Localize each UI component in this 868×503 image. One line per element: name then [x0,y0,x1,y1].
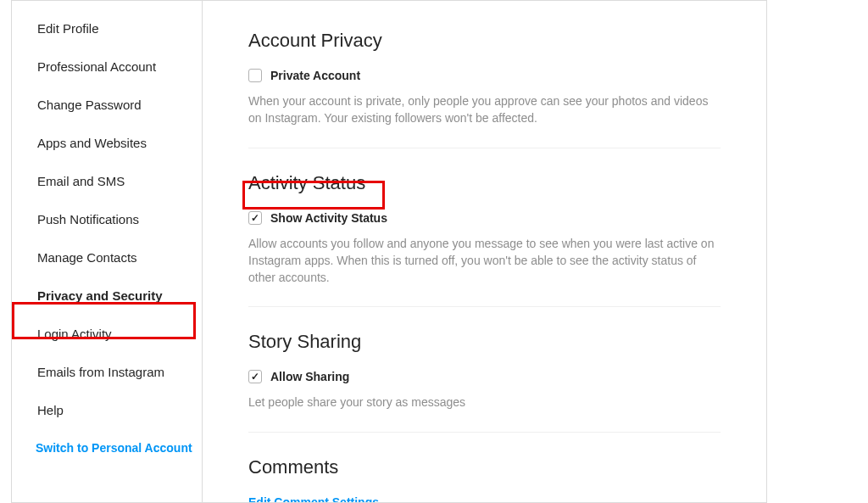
section-title: Story Sharing [248,331,721,353]
sidebar-item-label: Edit Profile [37,21,99,36]
switch-to-personal-account-link[interactable]: Switch to Personal Account [12,429,202,467]
private-account-checkbox[interactable] [248,69,262,82]
show-activity-status-checkbox[interactable] [248,211,262,225]
story-sharing-help: Let people share your story as messages [248,394,721,411]
sidebar-item-label: Help [37,403,64,417]
section-account-privacy: Account Privacy Private Account When you… [248,30,721,148]
private-account-label: Private Account [270,69,360,82]
show-activity-status-label: Show Activity Status [270,211,387,225]
sidebar-link-label: Switch to Personal Account [36,441,192,455]
allow-sharing-checkbox[interactable] [248,370,262,383]
private-account-help: When your account is private, only peopl… [248,92,721,127]
sidebar-item-label: Apps and Websites [37,136,147,150]
sidebar-item-apps-and-websites[interactable]: Apps and Websites [12,124,202,162]
sidebar-item-privacy-and-security[interactable]: Privacy and Security [12,277,202,315]
sidebar-item-label: Email and SMS [37,174,125,188]
sidebar-item-label: Push Notifications [37,212,139,226]
sidebar-item-label: Manage Contacts [37,250,137,265]
sidebar-item-email-and-sms[interactable]: Email and SMS [12,162,202,200]
settings-sidebar: Edit Profile Professional Account Change… [12,1,203,502]
sidebar-item-help[interactable]: Help [12,391,202,429]
allow-sharing-label: Allow Sharing [270,370,349,383]
sidebar-item-label: Change Password [37,98,142,112]
section-comments: Comments Edit Comment Settings [248,456,721,502]
activity-status-help: Allow accounts you follow and anyone you… [248,235,721,287]
section-title: Account Privacy [248,30,721,52]
section-story-sharing: Story Sharing Allow Sharing Let people s… [248,331,721,432]
sidebar-item-professional-account[interactable]: Professional Account [12,48,202,86]
sidebar-item-push-notifications[interactable]: Push Notifications [12,200,202,238]
sidebar-item-manage-contacts[interactable]: Manage Contacts [12,238,202,277]
sidebar-item-change-password[interactable]: Change Password [12,86,202,124]
sidebar-item-label: Login Activity [37,327,112,341]
section-title: Comments [248,456,721,478]
settings-content: Account Privacy Private Account When you… [203,1,766,502]
link-label: Edit Comment Settings [248,495,379,502]
sidebar-item-login-activity[interactable]: Login Activity [12,315,202,353]
sidebar-item-label: Emails from Instagram [37,365,164,379]
sidebar-item-emails-from-instagram[interactable]: Emails from Instagram [12,353,202,391]
sidebar-item-edit-profile[interactable]: Edit Profile [12,9,202,48]
sidebar-item-label: Professional Account [37,59,156,74]
section-title: Activity Status [248,172,721,194]
sidebar-item-label: Privacy and Security [37,288,163,303]
edit-comment-settings-link[interactable]: Edit Comment Settings [248,495,721,502]
section-activity-status: Activity Status Show Activity Status All… [248,172,721,308]
